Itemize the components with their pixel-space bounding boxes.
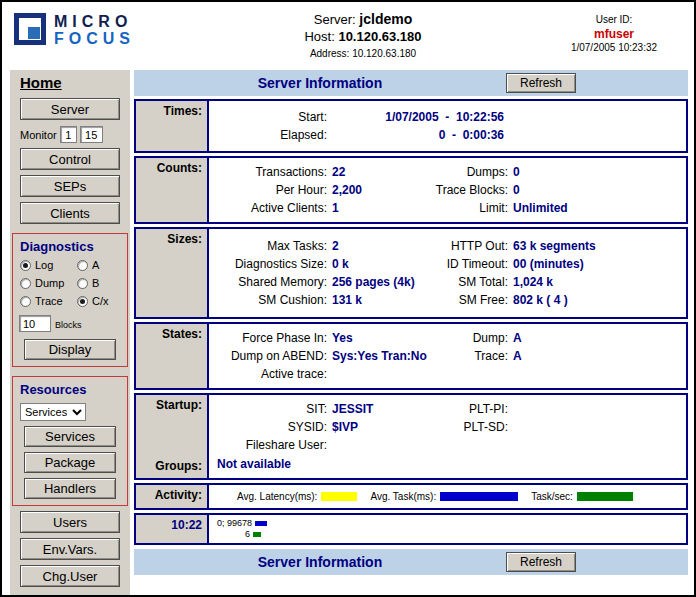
logo-word-focus: FOCUS	[54, 30, 135, 47]
address-label: Address:	[310, 48, 349, 59]
main-content: Server Information Refresh Times: Start:…	[134, 70, 688, 575]
startup-section: Startup: Groups: SIT: JESSIT PLT-PI: SYS…	[134, 393, 688, 480]
server-information-header-bar: Server Information Refresh	[134, 70, 688, 96]
pair-value: 0 k	[332, 255, 407, 273]
pair-value	[332, 436, 407, 454]
pair-value: 22	[332, 163, 407, 181]
refresh-button[interactable]: Refresh	[506, 73, 576, 93]
control-button[interactable]: Control	[20, 148, 120, 170]
times-content: Start: 1/07/2005 - 10:22:56 Elapsed: 0 -…	[209, 101, 686, 151]
radio-b-icon[interactable]	[77, 278, 88, 289]
sizes-row-label: Sizes:	[136, 229, 209, 317]
groups-value: Not available	[209, 456, 686, 478]
pair-label: Force Phase In:	[209, 329, 332, 347]
logo-word-micro: MICRO	[54, 13, 135, 30]
pair-label: SIT:	[209, 400, 332, 418]
env-vars-button[interactable]: Env.Vars.	[20, 538, 120, 560]
activity-sample-line2-bar	[253, 532, 261, 537]
pair-value	[332, 365, 407, 383]
chg-user-button[interactable]: Chg.User	[20, 565, 120, 587]
startup-row-label: Startup:	[136, 398, 202, 412]
server-information-footer-bar: Server Information Refresh	[134, 549, 688, 575]
monitor-interval-input[interactable]	[60, 126, 77, 143]
radio-dump[interactable]: Dump	[20, 277, 77, 289]
radio-cx-icon[interactable]	[77, 296, 88, 307]
radio-cx[interactable]: C/x	[77, 295, 127, 307]
activity-sample-section: 10:22 0; 99678 6	[134, 513, 688, 545]
micro-focus-logo-icon	[14, 13, 46, 45]
radio-trace-icon[interactable]	[20, 296, 31, 307]
clients-button[interactable]: Clients	[20, 202, 120, 224]
user-id-value: mfuser	[544, 27, 684, 41]
pair-value: Sys:Yes Tran:No	[332, 347, 407, 365]
radio-cx-label: C/x	[92, 295, 109, 307]
address-value: 10.120.63.180	[352, 48, 416, 59]
users-button[interactable]: Users	[20, 511, 120, 533]
server-button[interactable]: Server	[20, 98, 120, 120]
pair-label: SM Free:	[407, 291, 513, 309]
resources-select[interactable]: Services	[20, 403, 86, 421]
pair-label: Dump on ABEND:	[209, 347, 332, 365]
footer-refresh-button[interactable]: Refresh	[506, 552, 576, 572]
sidebar-panel: Home Server Monitor Control SEPs Clients…	[10, 70, 130, 597]
seps-button[interactable]: SEPs	[20, 175, 120, 197]
radio-b[interactable]: B	[77, 277, 127, 289]
monitor-count-input[interactable]	[80, 126, 103, 143]
counts-row-label: Counts:	[136, 158, 209, 222]
sizes-section: Sizes: Max Tasks: 2 HTTP Out: 63 k segme…	[134, 227, 688, 319]
radio-dump-icon[interactable]	[20, 278, 31, 289]
handlers-button[interactable]: Handlers	[24, 478, 116, 499]
package-button[interactable]: Package	[24, 452, 116, 473]
blocks-input[interactable]	[19, 315, 51, 332]
startup-content: SIT: JESSIT PLT-PI: SYSID: $IVP PLT-SD: …	[209, 395, 686, 478]
display-button[interactable]: Display	[24, 339, 116, 360]
pair-label: Fileshare User:	[209, 436, 332, 454]
sidebar: Home Server Monitor Control SEPs Clients…	[10, 70, 130, 597]
start-value: 1/07/2005 - 10:22:56	[332, 108, 504, 126]
user-info-block: User ID: mfuser 1/07/2005 10:23:32	[544, 10, 684, 68]
pair-label: Trace:	[407, 347, 513, 365]
start-label: Start:	[209, 108, 332, 126]
pair-value: JESSIT	[332, 400, 407, 418]
datetime: 1/07/2005 10:23:32	[544, 41, 684, 55]
pair-value: 00 (minutes)	[513, 255, 682, 273]
home-link[interactable]: Home	[20, 74, 62, 91]
radio-a-icon[interactable]	[77, 260, 88, 271]
diagnostics-box: Diagnostics Log A Dump	[12, 233, 128, 367]
pair-value: 1,024 k	[513, 273, 682, 291]
pair-value: Unlimited	[513, 199, 682, 217]
radio-trace-label: Trace	[35, 295, 63, 307]
monitor-label: Monitor	[20, 129, 57, 141]
services-button[interactable]: Services	[24, 426, 116, 447]
activity-section: Activity: Avg. Latency(ms): Avg. Task(ms…	[134, 483, 688, 510]
host-label: Host:	[304, 29, 334, 44]
pair-value: 0	[513, 163, 682, 181]
activity-row-label: Activity:	[136, 485, 209, 508]
radio-trace[interactable]: Trace	[20, 295, 77, 307]
pair-label: Active Clients:	[209, 199, 332, 217]
blocks-row: Blocks	[19, 315, 127, 332]
activity-legend: Avg. Latency(ms): Avg. Task(ms): Task/se…	[209, 485, 686, 508]
activity-sample-line1-bar	[255, 521, 267, 526]
pair-label: Max Tasks:	[209, 237, 332, 255]
pair-label: Per Hour:	[209, 181, 332, 199]
radio-log-icon[interactable]	[20, 260, 31, 271]
pair-label: PLT-PI:	[407, 400, 513, 418]
pair-value	[513, 400, 682, 418]
activity-sample-content: 0; 99678 6	[209, 515, 686, 543]
server-info-block: Server: jcldemo Host: 10.120.63.180 Addr…	[182, 10, 544, 68]
pair-label: Transactions:	[209, 163, 332, 181]
resources-title: Resources	[20, 382, 127, 397]
activity-sample-line1-text: 0; 99678	[217, 518, 252, 529]
states-row-label: States:	[136, 324, 209, 388]
pair-value: 0	[513, 181, 682, 199]
host-value: 10.120.63.180	[338, 29, 421, 44]
startup-row-label-cell: Startup: Groups:	[136, 395, 209, 478]
body: Home Server Monitor Control SEPs Clients…	[2, 70, 694, 597]
pair-label: Active trace:	[209, 365, 332, 383]
radio-a[interactable]: A	[77, 259, 127, 271]
server-name: jcldemo	[359, 11, 412, 27]
radio-a-label: A	[92, 259, 99, 271]
pair-value: 63 k segments	[513, 237, 682, 255]
radio-log[interactable]: Log	[20, 259, 77, 271]
